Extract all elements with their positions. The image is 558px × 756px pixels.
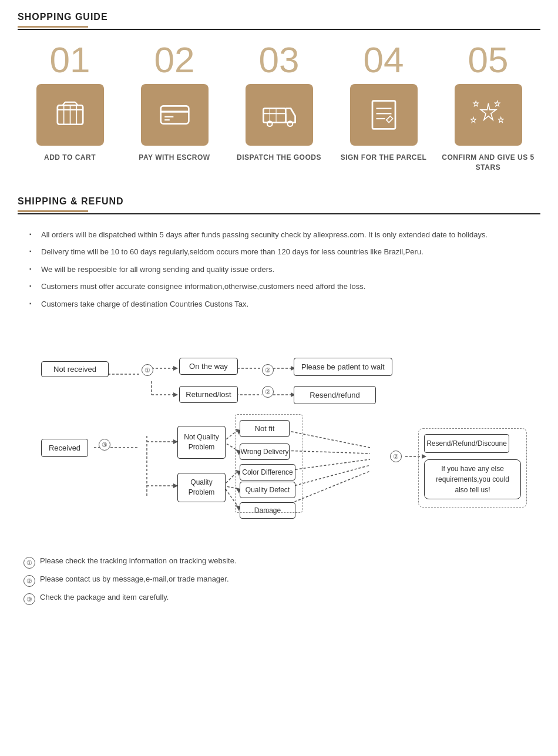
card-icon bbox=[156, 96, 194, 134]
not-quality-problem-box: Not Quality Problem bbox=[177, 426, 226, 459]
bullet-5: Customers take charge of destination Cou… bbox=[29, 298, 540, 310]
circle-2-on-the-way: ② bbox=[262, 364, 274, 376]
step-3-label: DISPATCH THE GOODS bbox=[237, 153, 321, 163]
step-2-number: 02 bbox=[154, 42, 195, 78]
step-2: 02 PAY WITH ESCROW bbox=[122, 42, 227, 163]
shipping-refund-divider bbox=[18, 210, 88, 212]
shipping-refund-title: SHIPPING & REFUND bbox=[18, 196, 540, 207]
note-2: ② Please contact us by message,e-mail,or… bbox=[23, 574, 540, 587]
not-received-box: Not received bbox=[41, 361, 109, 377]
cart-icon bbox=[51, 96, 89, 134]
svg-line-56 bbox=[283, 451, 370, 453]
returned-lost-box: Returned/lost bbox=[179, 386, 238, 403]
note-2-text: Please contact us by message,e-mail,or t… bbox=[40, 574, 229, 583]
please-wait-box: Please be patient to wait bbox=[294, 358, 392, 376]
svg-line-58 bbox=[283, 465, 370, 489]
any-else-box: If you have any else requirements,you co… bbox=[424, 459, 521, 499]
quality-defect-box: Quality Defect bbox=[240, 482, 295, 498]
svg-marker-30 bbox=[173, 366, 178, 371]
steps-row: 01 ADD TO CART 02 bbox=[18, 42, 540, 173]
svg-marker-61 bbox=[422, 454, 426, 459]
damage-box: Damage bbox=[240, 502, 295, 519]
svg-marker-25 bbox=[470, 117, 476, 122]
step-2-icon-box bbox=[141, 84, 209, 146]
note-3-text: Check the package and item carefully. bbox=[40, 593, 169, 602]
step-1-label: ADD TO CART bbox=[44, 153, 96, 163]
shopping-guide-hr bbox=[18, 29, 540, 30]
color-difference-box: Color Difference bbox=[240, 464, 295, 481]
note-3: ③ Check the package and item carefully. bbox=[23, 593, 540, 605]
step-3: 03 DISPATCH THE GOODS bbox=[227, 42, 331, 163]
shipping-refund-section: SHIPPING & REFUND All orders will be dis… bbox=[18, 196, 540, 322]
svg-rect-12 bbox=[263, 109, 285, 123]
bullet-3: We will be respoesible for all wrong sen… bbox=[29, 264, 540, 275]
step-2-label: PAY WITH ESCROW bbox=[139, 153, 210, 163]
on-the-way-box: On the way bbox=[179, 358, 238, 375]
circle-1-not-received: ① bbox=[142, 364, 153, 376]
quality-problem-box: Quality Problem bbox=[177, 473, 226, 502]
note-1-text: Please check the tracking information on… bbox=[40, 556, 237, 565]
svg-marker-32 bbox=[173, 392, 178, 397]
step-4-label: SIGN FOR THE PARCEL bbox=[341, 153, 427, 163]
step-5: 05 CONFIRM AND GIVE US 5 STARS bbox=[436, 42, 540, 173]
stars-icon bbox=[469, 96, 507, 134]
svg-line-57 bbox=[283, 459, 370, 471]
step-5-icon-box bbox=[455, 84, 522, 146]
svg-marker-26 bbox=[498, 117, 503, 122]
bullet-2: Delivery time will be 10 to 60 days regu… bbox=[29, 246, 540, 258]
note-1: ① Please check the tracking information … bbox=[23, 556, 540, 569]
bullet-4: Customers must offer accurate consignee … bbox=[29, 281, 540, 293]
resend-refund-discoune-box: Resend/Refund/Discoune bbox=[424, 434, 509, 453]
svg-rect-8 bbox=[160, 106, 189, 123]
svg-marker-22 bbox=[480, 103, 496, 120]
not-fit-box: Not fit bbox=[240, 420, 290, 437]
circle-3-received: ③ bbox=[99, 439, 110, 451]
circle-2-received: ② bbox=[390, 451, 402, 462]
step-3-number: 03 bbox=[259, 42, 300, 78]
note-2-circle: ② bbox=[23, 575, 35, 587]
shopping-guide-section: SHOPPING GUIDE 01 ADD TO C bbox=[18, 12, 540, 173]
step-5-number: 05 bbox=[468, 42, 509, 78]
svg-marker-24 bbox=[495, 101, 500, 106]
flow-diagram: ① ② Not received On the way Please be pa… bbox=[29, 339, 552, 539]
notes-section: ① Please check the tracking information … bbox=[18, 556, 540, 605]
step-4-number: 04 bbox=[364, 42, 404, 78]
step-1-number: 01 bbox=[50, 42, 90, 78]
truck-icon bbox=[260, 96, 298, 134]
shipping-bullet-list: All orders will be dispatched within 5 d… bbox=[18, 223, 540, 322]
sign-icon bbox=[365, 96, 403, 134]
note-1-circle: ① bbox=[23, 557, 35, 569]
resend-refund-box: Resend/refund bbox=[294, 386, 376, 404]
shopping-guide-divider bbox=[18, 26, 88, 28]
svg-rect-18 bbox=[372, 101, 395, 129]
shipping-refund-hr bbox=[18, 213, 540, 214]
step-3-icon-box bbox=[246, 84, 313, 146]
bullet-1: All orders will be dispatched within 5 d… bbox=[29, 229, 540, 241]
circle-2-returned: ② bbox=[262, 386, 274, 398]
step-1-icon-box bbox=[36, 84, 104, 146]
svg-line-55 bbox=[283, 430, 370, 448]
note-3-circle: ③ bbox=[23, 593, 35, 605]
svg-marker-23 bbox=[473, 101, 478, 106]
svg-line-59 bbox=[283, 471, 370, 506]
received-box: Received bbox=[41, 439, 88, 457]
step-1: 01 ADD TO CART bbox=[18, 42, 122, 163]
shopping-guide-title: SHOPPING GUIDE bbox=[18, 12, 540, 22]
step-4-icon-box bbox=[350, 84, 418, 146]
step-5-label: CONFIRM AND GIVE US 5 STARS bbox=[436, 153, 540, 173]
wrong-delivery-box: Wrong Delivery bbox=[240, 443, 290, 460]
step-4: 04 SIGN FOR THE PARCEL bbox=[331, 42, 436, 163]
